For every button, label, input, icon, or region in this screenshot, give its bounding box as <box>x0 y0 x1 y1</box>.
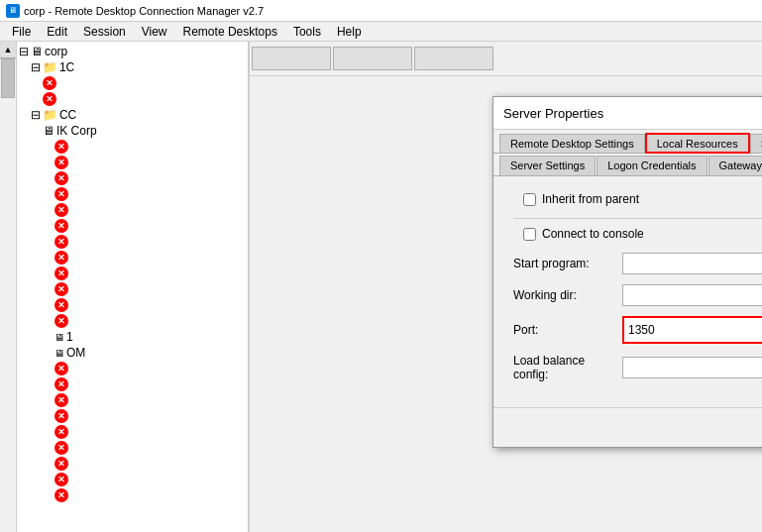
start-program-label: Start program: <box>513 257 622 270</box>
error-icon: ✕ <box>54 488 68 502</box>
list-item[interactable]: ✕ <box>19 266 246 281</box>
error-icon: ✕ <box>54 457 68 471</box>
list-item[interactable]: ✕ <box>19 91 246 107</box>
dialog-footer: OK Cancel <box>493 407 762 447</box>
list-item[interactable]: ✕ <box>19 472 246 487</box>
load-balance-label: Load balance config: <box>513 354 622 381</box>
toolbar-btn-3[interactable] <box>414 47 493 70</box>
working-dir-row: Working dir: <box>513 284 762 306</box>
connect-to-console-row: Connect to console <box>523 227 762 241</box>
list-item[interactable]: ✕ <box>19 186 246 202</box>
list-item[interactable]: ✕ <box>19 361 246 376</box>
tab-remote-desktop-settings[interactable]: Remote Desktop Settings <box>499 134 645 153</box>
menu-help[interactable]: Help <box>329 23 370 41</box>
error-icon: ✕ <box>54 203 68 217</box>
list-item[interactable]: ✕ <box>19 155 246 170</box>
error-icon: ✕ <box>54 409 68 423</box>
list-item[interactable]: ✕ <box>19 313 246 329</box>
list-item[interactable]: ✕ <box>19 424 246 440</box>
list-item[interactable]: ⊟ 📁 CC <box>19 107 246 123</box>
port-row: Port: ▲ ▼ <box>513 316 762 344</box>
start-program-row: Start program: <box>513 253 762 274</box>
scrollbar[interactable]: ▲ <box>0 42 17 532</box>
menu-file[interactable]: File <box>4 23 39 41</box>
port-label: Port: <box>513 323 622 337</box>
load-balance-input[interactable] <box>622 357 762 378</box>
error-icon: ✕ <box>54 473 68 486</box>
inherit-from-parent-row: Inherit from parent <box>523 192 762 206</box>
error-icon: ✕ <box>54 140 68 154</box>
list-item[interactable]: ✕ <box>19 408 246 424</box>
menu-edit[interactable]: Edit <box>39 23 75 41</box>
error-icon: ✕ <box>54 314 68 328</box>
list-item[interactable]: ✕ <box>19 440 246 456</box>
error-icon: ✕ <box>54 362 68 375</box>
list-item[interactable]: ✕ <box>19 218 246 234</box>
working-dir-label: Working dir: <box>513 288 622 302</box>
error-icon: ✕ <box>54 187 68 201</box>
menu-tools[interactable]: Tools <box>285 23 329 41</box>
working-dir-input[interactable] <box>622 284 762 306</box>
connect-to-console-checkbox[interactable] <box>523 228 536 241</box>
error-icon: ✕ <box>54 441 68 455</box>
list-item[interactable]: ✕ <box>19 250 246 266</box>
error-icon: ✕ <box>54 298 68 312</box>
right-area: Server Properties ✕ Remote Desktop Setti… <box>250 42 762 532</box>
error-icon: ✕ <box>54 235 68 249</box>
server-properties-dialog: Server Properties ✕ Remote Desktop Setti… <box>492 96 762 448</box>
list-item[interactable]: ✕ <box>19 297 246 313</box>
error-icon: ✕ <box>43 76 56 90</box>
toolbar-btn-1[interactable] <box>252 47 331 70</box>
list-item[interactable]: 🖥 IK Corp <box>19 123 246 139</box>
start-program-input[interactable] <box>622 253 762 274</box>
error-icon: ✕ <box>54 282 68 296</box>
error-icon: ✕ <box>54 219 68 233</box>
port-input[interactable] <box>625 319 762 341</box>
error-icon: ✕ <box>54 425 68 439</box>
list-item[interactable]: ✕ <box>19 75 246 91</box>
error-icon: ✕ <box>54 251 68 265</box>
dialog-tabs: Remote Desktop Settings Local Resources … <box>493 130 762 154</box>
list-item[interactable]: ✕ <box>19 376 246 392</box>
window-title: corp - Remote Desktop Connection Manager… <box>24 5 264 17</box>
error-icon: ✕ <box>54 377 68 391</box>
tree-root[interactable]: ⊟ 🖥 corp <box>19 44 246 59</box>
tab-security-settings[interactable]: Security Settings <box>750 134 762 153</box>
list-item[interactable]: ✕ <box>19 487 246 503</box>
main-area: ▲ ⊟ 🖥 corp ⊟ 📁 1C ✕ <box>0 42 762 532</box>
tab-logon-credentials[interactable]: Logon Credentials <box>597 156 707 175</box>
tab-server-settings[interactable]: Server Settings <box>499 156 596 175</box>
list-item[interactable]: ✕ <box>19 202 246 218</box>
load-balance-row: Load balance config: <box>513 354 762 381</box>
error-icon: ✕ <box>54 393 68 407</box>
list-item[interactable]: 🖥 OM <box>19 345 246 361</box>
connect-to-console-label: Connect to console <box>542 227 644 241</box>
list-item[interactable]: ✕ <box>19 456 246 472</box>
toolbar <box>250 42 762 76</box>
list-item[interactable]: 🖥 1 <box>19 329 246 345</box>
list-item[interactable]: ✕ <box>19 139 246 155</box>
menu-view[interactable]: View <box>134 23 175 41</box>
list-item[interactable]: ✕ <box>19 170 246 186</box>
menu-session[interactable]: Session <box>75 23 134 41</box>
inherit-from-parent-checkbox[interactable] <box>523 193 536 206</box>
list-item[interactable]: ⊟ 📁 1C <box>19 59 246 75</box>
tree-panel: ⊟ 🖥 corp ⊟ 📁 1C ✕ ✕ <box>17 42 249 532</box>
inherit-from-parent-label: Inherit from parent <box>542 192 639 206</box>
menu-bar: File Edit Session View Remote Desktops T… <box>0 22 762 42</box>
dialog-title: Server Properties <box>503 106 603 121</box>
error-icon: ✕ <box>54 171 68 185</box>
menu-remote-desktops[interactable]: Remote Desktops <box>175 23 285 41</box>
list-item[interactable]: ✕ <box>19 281 246 297</box>
toolbar-btn-2[interactable] <box>333 47 412 70</box>
error-icon: ✕ <box>54 156 68 169</box>
tab-local-resources[interactable]: Local Resources <box>646 134 749 153</box>
tree-container: ⊟ 🖥 corp ⊟ 📁 1C ✕ ✕ <box>17 42 248 505</box>
dialog-tabs-row2: Server Settings Logon Credentials Gatewa… <box>493 154 762 176</box>
list-item[interactable]: ✕ <box>19 234 246 250</box>
list-item[interactable]: ✕ <box>19 392 246 408</box>
tab-gateway-settings[interactable]: Gateway Settings <box>708 156 763 175</box>
app-icon: 🖥 <box>6 4 20 18</box>
error-icon: ✕ <box>43 92 56 106</box>
title-bar: 🖥 corp - Remote Desktop Connection Manag… <box>0 0 762 22</box>
